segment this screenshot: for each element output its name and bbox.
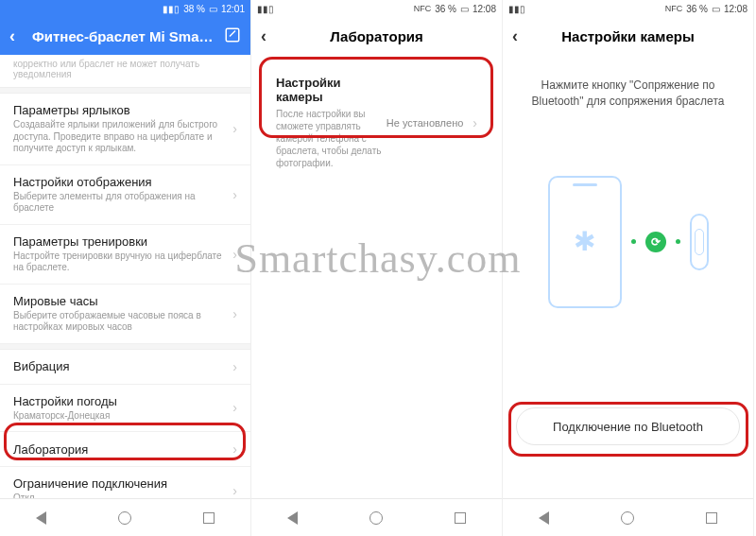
item-worldclock[interactable]: Мировые часыВыберите отображаемые часовы… [0, 285, 250, 344]
battery-icon: ▭ [460, 4, 469, 14]
item-sub: Настройте тренировки вручную на цифербла… [13, 251, 227, 274]
content: Настройки камеры После настройки вы смож… [251, 55, 502, 498]
phone-icon: ✱ [548, 176, 622, 308]
signal-icon: ▮▮▯ [163, 4, 180, 14]
cutoff-text: корректно или браслет не может получать … [0, 55, 250, 88]
item-sub: Выберите элементы для отображения на бра… [13, 191, 227, 215]
pairing-illustration: ✱ ⟳ [503, 176, 753, 308]
signal-icon: ▮▮▯ [257, 4, 274, 14]
header-title: Настройки камеры [535, 28, 721, 44]
nav-recent-icon[interactable] [706, 512, 717, 524]
battery-label: 36 % [686, 4, 708, 14]
nav-home-icon[interactable] [118, 511, 131, 525]
nav-home-icon[interactable] [621, 511, 634, 525]
item-shortcuts[interactable]: Параметры ярлыковСоздавайте ярлыки прило… [0, 94, 250, 165]
item-title: Мировые часы [13, 294, 227, 308]
content: Нажмите кнопку "Сопряжение по Bluetooth"… [503, 55, 753, 498]
dot-icon [631, 239, 636, 244]
battery-label: 38 % [183, 4, 205, 14]
nav-bar [0, 498, 250, 536]
item-title: Параметры ярлыков [13, 103, 227, 117]
clock-label: 12:08 [472, 4, 496, 14]
card-sub: После настройки вы сможете управлять кам… [276, 108, 387, 169]
instruction-text: Нажмите кнопку "Сопряжение по Bluetooth"… [503, 55, 753, 119]
button-label: Подключение по Bluetooth [553, 420, 703, 434]
nfc-icon: NFC [414, 4, 432, 13]
item-vibration[interactable]: Вибрация › [0, 350, 250, 385]
content: корректно или браслет не может получать … [0, 55, 250, 498]
battery-icon: ▭ [712, 4, 720, 14]
battery-icon: ▭ [209, 4, 217, 14]
band-icon [690, 214, 709, 270]
nav-bar [251, 498, 502, 536]
item-title: Вибрация [13, 359, 227, 373]
chevron-right-icon: › [232, 483, 237, 498]
item-title: Настройки отображения [13, 175, 227, 189]
svg-rect-0 [226, 28, 239, 42]
item-sub: Откл [13, 493, 227, 498]
screen-1: ▮▮▯ 38 % ▭ 12:01 ‹ Фитнес-браслет Mi Sma… [0, 0, 251, 536]
card-value: Не установлено [387, 117, 464, 129]
header-title: Лаборатория [284, 28, 470, 44]
chevron-right-icon: › [232, 121, 237, 136]
back-button[interactable]: ‹ [261, 26, 284, 46]
screen-3: ▮▮▯ NFC 36 % ▭ 12:08 ‹ Настройки камеры … [503, 0, 754, 536]
nav-recent-icon[interactable] [455, 512, 466, 524]
signal-icon: ▮▮▯ [508, 4, 525, 14]
status-bar: ▮▮▯ NFC 36 % ▭ 12:08 [503, 0, 753, 17]
item-sub: Выберите отображаемые часовые пояса в на… [13, 310, 227, 334]
dot-icon [676, 239, 680, 244]
chevron-right-icon: › [472, 115, 477, 130]
status-bar: ▮▮▯ NFC 36 % ▭ 12:08 [251, 0, 502, 17]
item-title: Ограничение подключения [13, 476, 227, 491]
connect-bluetooth-button[interactable]: Подключение по Bluetooth [516, 407, 740, 445]
chevron-right-icon: › [232, 187, 237, 202]
item-laboratory[interactable]: Лаборатория › [0, 432, 250, 467]
chevron-right-icon: › [232, 441, 237, 457]
nav-back-icon[interactable] [539, 511, 549, 525]
clock-label: 12:01 [221, 4, 245, 14]
chevron-right-icon: › [232, 247, 237, 262]
status-bar: ▮▮▯ 38 % ▭ 12:01 [0, 0, 250, 17]
edit-icon[interactable] [218, 26, 241, 46]
header-title: Фитнес-браслет Mi Smart... [32, 28, 218, 44]
item-connection-limit[interactable]: Ограничение подключенияОткл › [0, 467, 250, 498]
back-button[interactable]: ‹ [512, 26, 535, 46]
clock-label: 12:08 [724, 4, 747, 14]
card-title: Настройки камеры [276, 76, 387, 104]
nav-recent-icon[interactable] [203, 512, 215, 524]
link-icon: ⟳ [645, 232, 666, 252]
item-display[interactable]: Настройки отображенияВыберите элементы д… [0, 165, 250, 225]
chevron-right-icon: › [232, 359, 237, 374]
bluetooth-icon: ✱ [574, 226, 595, 257]
item-weather[interactable]: Настройки погодыКраматорск-Донецкая › [0, 385, 250, 433]
nav-back-icon[interactable] [36, 511, 46, 525]
header: ‹ Лаборатория [251, 17, 502, 55]
item-title: Лаборатория [13, 442, 227, 457]
item-workout[interactable]: Параметры тренировкиНастройте тренировки… [0, 225, 250, 285]
header: ‹ Настройки камеры [503, 17, 753, 55]
nav-bar [503, 498, 753, 536]
item-sub: Краматорск-Донецкая [13, 410, 227, 423]
header: ‹ Фитнес-браслет Mi Smart... [0, 17, 250, 55]
chevron-right-icon: › [232, 306, 237, 321]
camera-settings-row[interactable]: Настройки камеры После настройки вы смож… [263, 64, 490, 181]
screen-2: ▮▮▯ NFC 36 % ▭ 12:08 ‹ Лаборатория Настр… [251, 0, 503, 536]
battery-label: 36 % [435, 4, 456, 14]
nav-home-icon[interactable] [369, 511, 383, 525]
nav-back-icon[interactable] [287, 511, 298, 525]
chevron-right-icon: › [232, 400, 237, 415]
back-button[interactable]: ‹ [9, 26, 32, 46]
item-title: Параметры тренировки [13, 234, 227, 249]
nfc-icon: NFC [665, 4, 683, 13]
item-sub: Создавайте ярлыки приложений для быстрог… [13, 119, 227, 155]
item-title: Настройки погоды [13, 394, 227, 408]
